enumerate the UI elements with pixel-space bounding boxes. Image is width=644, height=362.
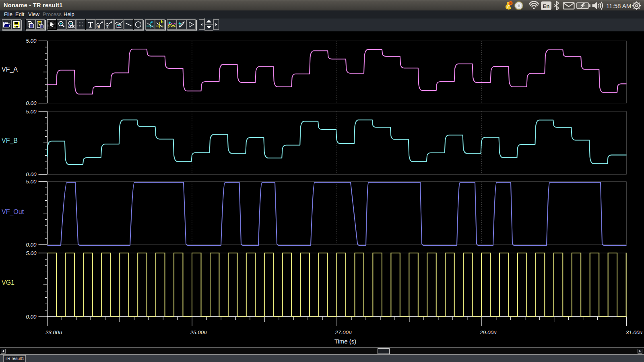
svg-text:5.00: 5.00 bbox=[26, 250, 37, 256]
svg-text:0.00: 0.00 bbox=[26, 242, 37, 248]
svg-text:En: En bbox=[543, 3, 549, 9]
svg-text:a: a bbox=[151, 20, 154, 24]
svg-text:0.00: 0.00 bbox=[26, 314, 37, 320]
svg-text:0.00: 0.00 bbox=[26, 171, 37, 177]
svg-text:Time (s): Time (s) bbox=[334, 338, 356, 345]
svg-text:?: ? bbox=[107, 25, 109, 29]
svg-text:29.00u: 29.00u bbox=[479, 329, 497, 335]
svg-text:5.00: 5.00 bbox=[26, 179, 37, 185]
svg-text:27.00u: 27.00u bbox=[334, 329, 352, 335]
svg-text:VF_Out: VF_Out bbox=[2, 208, 24, 216]
svg-text:11:58 AM: 11:58 AM bbox=[606, 2, 631, 9]
svg-text:4: 4 bbox=[510, 2, 512, 5]
svg-text:VF_B: VF_B bbox=[2, 137, 18, 144]
svg-text:5.00: 5.00 bbox=[26, 109, 37, 115]
svg-text:23.00u: 23.00u bbox=[45, 329, 62, 335]
svg-text:25.00u: 25.00u bbox=[190, 329, 207, 335]
svg-text:b: b bbox=[161, 20, 163, 24]
svg-text:0.00: 0.00 bbox=[26, 100, 37, 106]
svg-text:VG1: VG1 bbox=[2, 279, 14, 286]
svg-text:31.00u: 31.00u bbox=[626, 329, 643, 335]
svg-text:T: T bbox=[97, 25, 99, 29]
svg-text:VF_A: VF_A bbox=[2, 66, 18, 73]
svg-text:5.00: 5.00 bbox=[26, 38, 37, 44]
